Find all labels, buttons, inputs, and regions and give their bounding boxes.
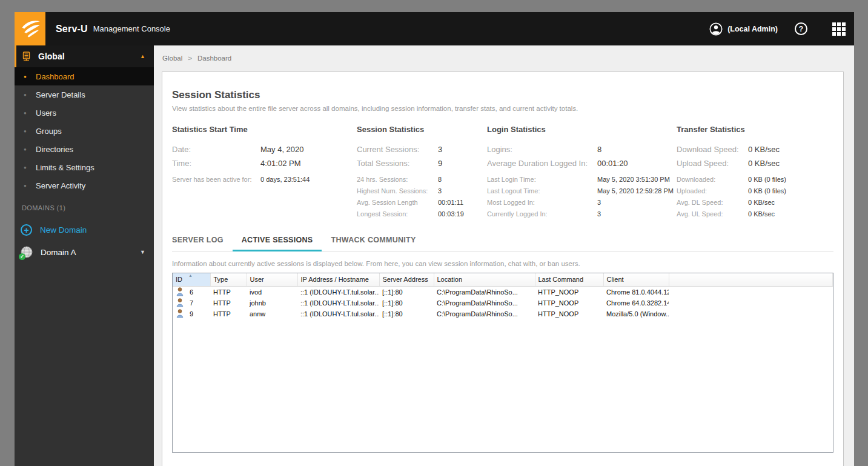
- stat-column-header: Transfer Statistics: [677, 125, 833, 134]
- user-icon: [709, 22, 723, 36]
- tab-bar: SERVER LOG ACTIVE SESSIONS THWACK COMMUN…: [172, 236, 833, 251]
- stat-column-header: Statistics Start Time: [172, 125, 357, 134]
- session-row[interactable]: 7 HTTP johnb ::1 (IDLOUHY-LT.tul.solar..…: [173, 298, 833, 308]
- server-icon: [21, 52, 31, 62]
- stat-row: Most Logged In:3: [487, 199, 677, 206]
- stat-row: Total Sessions:9: [357, 159, 487, 168]
- column-header-location[interactable]: Location: [434, 273, 535, 286]
- column-header-server-address[interactable]: Server Address: [379, 273, 434, 286]
- session-row[interactable]: 6 HTTP ivod ::1 (IDLOUHY-LT.tul.solar...…: [173, 286, 833, 298]
- dashboard-card: Session Statistics View statistics about…: [162, 72, 844, 466]
- column-header-client[interactable]: Client: [603, 273, 669, 286]
- sidebar-global-label: Global: [38, 52, 65, 61]
- stat-row: Currently Logged In:3: [487, 210, 677, 218]
- sidebar-item-groups[interactable]: ● Groups: [15, 122, 154, 140]
- sidebar: Global ▲ ● Dashboard ● Server Details ● …: [15, 45, 154, 466]
- sidebar-item-server-details[interactable]: ● Server Details: [15, 85, 154, 104]
- session-user-icon: [176, 309, 184, 318]
- sidebar-item-label: Directories: [36, 145, 73, 154]
- session-user-icon: [176, 298, 184, 307]
- help-icon: ?: [799, 25, 803, 33]
- sidebar-item-label: Server Details: [36, 90, 85, 99]
- sidebar-section-global[interactable]: Global ▲: [15, 45, 154, 67]
- stat-row: Downloaded:0 KB (0 files): [677, 176, 833, 183]
- plus-circle-icon: +: [21, 224, 32, 236]
- domain-a-label: Domain A: [41, 248, 76, 257]
- tab-description: Information about currently active sessi…: [172, 260, 833, 267]
- column-header-last-command[interactable]: Last Command: [535, 273, 603, 286]
- breadcrumb-dashboard: Dashboard: [197, 55, 231, 62]
- page-subtitle: View statistics about the entire file se…: [172, 105, 833, 112]
- stat-row: Last Logout Time:May 5, 2020 12:59:28 PM: [487, 187, 677, 195]
- check-badge-icon: ✓: [19, 253, 25, 260]
- chevron-down-icon[interactable]: ▼: [140, 249, 145, 255]
- tab-server-log[interactable]: SERVER LOG: [172, 236, 233, 251]
- session-user-icon: [176, 287, 184, 296]
- stat-row: Upload Speed:0 KB/sec: [677, 159, 833, 168]
- stat-row: Highest Num. Sessions:3: [357, 187, 487, 195]
- brand-product: Management Console: [93, 24, 170, 33]
- stat-row: Download Speed:0 KB/sec: [677, 145, 833, 154]
- stat-column-header: Session Statistics: [357, 125, 487, 134]
- sidebar-item-limits-settings[interactable]: ● Limits & Settings: [15, 158, 154, 176]
- new-domain-button[interactable]: + New Domain: [15, 224, 154, 236]
- session-row[interactable]: 9 HTTP annw ::1 (IDLOUHY-LT.tul.solar...…: [173, 308, 833, 319]
- bullet-icon: ●: [24, 110, 36, 116]
- account-menu[interactable]: (Local Admin): [709, 22, 778, 36]
- app-window: Serv-U Management Console (Local Admin) …: [15, 12, 854, 466]
- stat-row: Time:4:01:02 PM: [172, 159, 357, 168]
- top-bar: Serv-U Management Console (Local Admin) …: [15, 12, 854, 45]
- stat-column-header: Login Statistics: [487, 125, 677, 134]
- sidebar-item-domain-a[interactable]: ✓ Domain A ▼: [15, 245, 154, 259]
- bullet-icon: ●: [24, 92, 36, 98]
- stat-row: Avg. DL Speed:0 KB/sec: [677, 199, 833, 206]
- tab-active-sessions[interactable]: ACTIVE SESSIONS: [233, 236, 322, 251]
- stat-row: Uploaded:0 KB (0 files): [677, 187, 833, 195]
- collapse-up-icon[interactable]: ▲: [140, 53, 145, 59]
- active-sessions-table: ▲ID Type User IP Address / Hostname Serv…: [172, 273, 833, 453]
- new-domain-label: New Domain: [40, 225, 87, 235]
- account-label: (Local Admin): [727, 25, 778, 33]
- stat-row: Last Login Time:May 5, 2020 3:51:30 PM: [487, 176, 677, 183]
- column-header-id[interactable]: ▲ID: [173, 273, 210, 286]
- globe-icon: ✓: [20, 245, 33, 259]
- sidebar-item-label: Groups: [36, 127, 62, 136]
- sidebar-item-label: Limits & Settings: [36, 163, 94, 172]
- brand: Serv-U Management Console: [56, 12, 170, 45]
- table-header-row: ▲ID Type User IP Address / Hostname Serv…: [173, 273, 833, 286]
- sidebar-item-dashboard[interactable]: ● Dashboard: [15, 67, 154, 85]
- stat-row: Server has been active for:0 days, 23:51…: [172, 176, 357, 183]
- breadcrumb-global[interactable]: Global: [162, 55, 182, 62]
- stat-column-session-statistics: Session Statistics Current Sessions:3 To…: [357, 125, 487, 222]
- bullet-icon: ●: [24, 165, 36, 170]
- stat-column-login-statistics: Login Statistics Logins:8 Average Durati…: [487, 125, 677, 222]
- stat-row: Avg. UL Speed:0 KB/sec: [677, 210, 833, 218]
- column-header-type[interactable]: Type: [210, 273, 247, 286]
- top-bar-right: (Local Admin) ?: [709, 12, 854, 45]
- stat-column-statistics-start-time: Statistics Start Time Date:May 4, 2020 T…: [172, 125, 357, 222]
- sidebar-item-label: Dashboard: [36, 72, 75, 81]
- sidebar-item-label: Server Activity: [36, 181, 85, 190]
- page-title: Session Statistics: [172, 89, 833, 101]
- main-content: Global > Dashboard Session Statistics Vi…: [154, 45, 854, 466]
- column-header-ip-hostname[interactable]: IP Address / Hostname: [297, 273, 379, 286]
- tab-thwack-community[interactable]: THWACK COMMUNITY: [322, 236, 425, 251]
- bullet-icon: ●: [24, 147, 36, 152]
- sidebar-item-users[interactable]: ● Users: [15, 104, 154, 122]
- column-header-user[interactable]: User: [247, 273, 297, 286]
- stat-row: Longest Session:00:03:19: [357, 210, 487, 218]
- sort-asc-icon: ▲: [188, 273, 193, 278]
- app-switcher-button[interactable]: [823, 22, 854, 36]
- breadcrumb-separator: >: [188, 55, 192, 62]
- stat-row: Average Duration Logged In:00:01:20: [487, 159, 677, 168]
- stat-row: Current Sessions:3: [357, 145, 487, 154]
- sidebar-item-label: Users: [36, 108, 56, 118]
- bullet-icon: ●: [24, 183, 36, 188]
- domains-section-heading: DOMAINS (1): [15, 204, 154, 211]
- help-button[interactable]: ?: [795, 22, 807, 35]
- sidebar-item-server-activity[interactable]: ● Server Activity: [15, 176, 154, 195]
- sidebar-item-directories[interactable]: ● Directories: [15, 140, 154, 158]
- stat-row: Logins:8: [487, 145, 677, 154]
- stat-row: 24 hrs. Sessions:8: [357, 176, 487, 183]
- stat-column-transfer-statistics: Transfer Statistics Download Speed:0 KB/…: [677, 125, 833, 222]
